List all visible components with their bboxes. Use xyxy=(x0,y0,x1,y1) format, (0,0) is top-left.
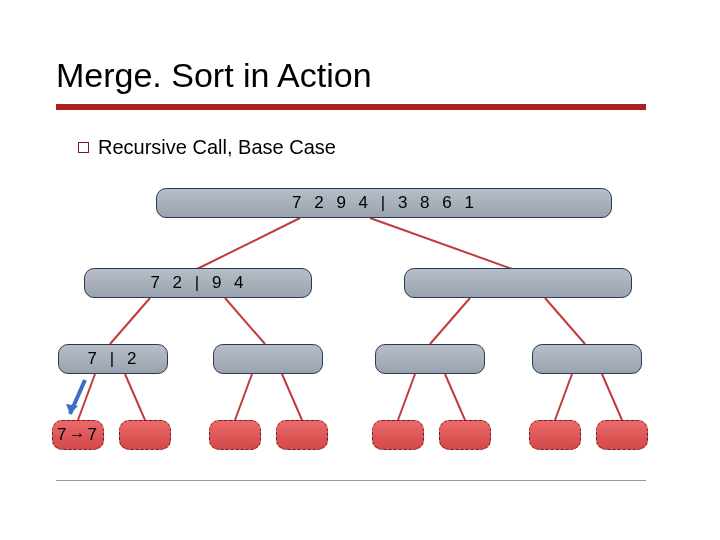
svg-line-12 xyxy=(555,374,572,420)
node-RL-empty xyxy=(375,344,485,374)
leaf-2-empty xyxy=(209,420,261,450)
svg-line-0 xyxy=(195,218,300,270)
svg-marker-15 xyxy=(66,404,78,414)
node-L-text: 7 2 | 9 4 xyxy=(150,273,245,293)
node-root-text: 7 2 9 4 | 3 8 6 1 xyxy=(292,193,476,213)
svg-line-7 xyxy=(125,374,145,420)
node-LR-empty xyxy=(213,344,323,374)
leaf-0: 7→7 xyxy=(52,420,104,450)
node-R-empty xyxy=(404,268,632,298)
leaf-6-empty xyxy=(529,420,581,450)
leaf-4-empty xyxy=(372,420,424,450)
page-title: Merge. Sort in Action xyxy=(56,56,372,95)
svg-line-5 xyxy=(545,298,585,344)
svg-line-13 xyxy=(602,374,622,420)
node-LL-text: 7 | 2 xyxy=(88,349,139,369)
svg-line-3 xyxy=(225,298,265,344)
svg-line-11 xyxy=(445,374,465,420)
leaf-7-empty xyxy=(596,420,648,450)
svg-line-14 xyxy=(70,380,85,414)
svg-line-1 xyxy=(370,218,515,270)
leaf-0-text: 7→7 xyxy=(57,425,99,445)
node-root: 7 2 9 4 | 3 8 6 1 xyxy=(156,188,612,218)
bottom-divider xyxy=(56,480,646,481)
svg-line-2 xyxy=(110,298,150,344)
leaf-1-empty xyxy=(119,420,171,450)
subtitle-text: Recursive Call, Base Case xyxy=(98,136,336,159)
svg-line-4 xyxy=(430,298,470,344)
svg-line-8 xyxy=(235,374,252,420)
node-L: 7 2 | 9 4 xyxy=(84,268,312,298)
svg-line-10 xyxy=(398,374,415,420)
bullet-square-icon xyxy=(78,142,89,153)
node-RR-empty xyxy=(532,344,642,374)
title-underline xyxy=(56,104,646,110)
leaf-5-empty xyxy=(439,420,491,450)
node-LL: 7 | 2 xyxy=(58,344,168,374)
svg-line-9 xyxy=(282,374,302,420)
svg-line-6 xyxy=(78,374,95,420)
leaf-3-empty xyxy=(276,420,328,450)
